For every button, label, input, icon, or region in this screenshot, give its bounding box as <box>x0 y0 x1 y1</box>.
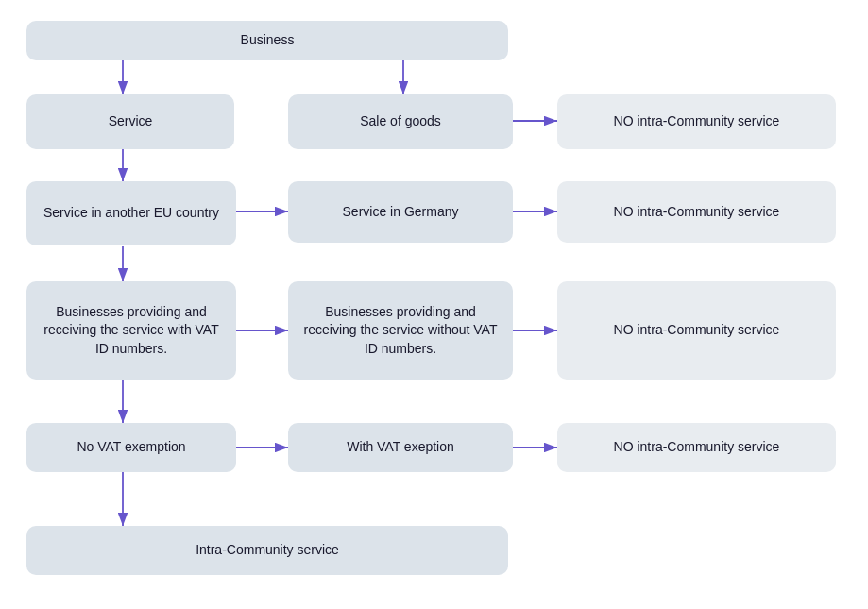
node-no-intra-4: NO intra-Community service <box>557 423 836 472</box>
node-sale-of-goods: Sale of goods <box>288 94 513 149</box>
node-no-vat-exemption: No VAT exemption <box>26 423 236 472</box>
node-businesses-without-vat: Businesses providing and receiving the s… <box>288 281 513 380</box>
node-no-intra-2: NO intra-Community service <box>557 181 836 243</box>
node-service: Service <box>26 94 234 149</box>
node-service-eu: Service in another EU country <box>26 181 236 245</box>
node-service-germany: Service in Germany <box>288 181 513 243</box>
node-no-intra-3: NO intra-Community service <box>557 281 836 380</box>
node-businesses-with-vat: Businesses providing and receiving the s… <box>26 281 236 380</box>
diagram-container: Business Service Sale of goods NO intra-… <box>0 0 868 609</box>
node-intra-community: Intra-Community service <box>26 526 508 575</box>
node-business: Business <box>26 21 508 60</box>
node-with-vat-exemption: With VAT exeption <box>288 423 513 472</box>
node-no-intra-1: NO intra-Community service <box>557 94 836 149</box>
